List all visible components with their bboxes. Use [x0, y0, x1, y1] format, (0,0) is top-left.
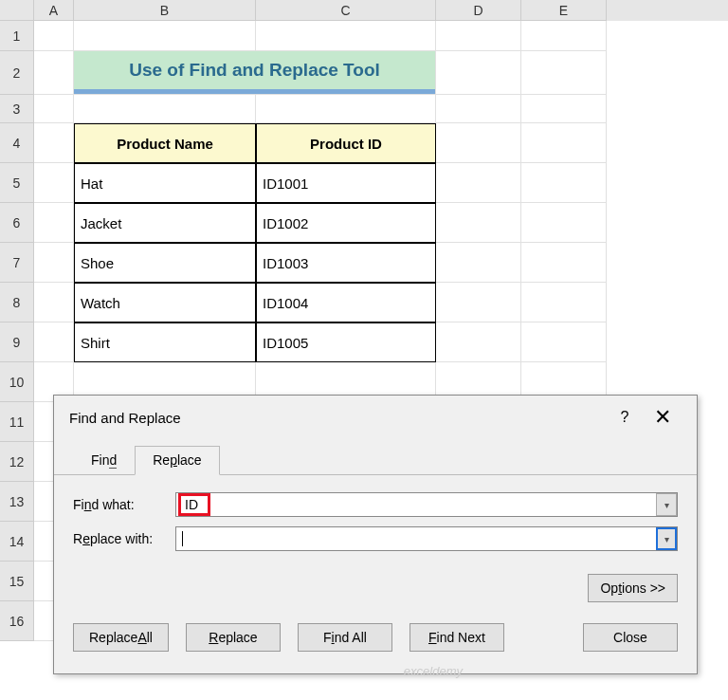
cell[interactable] [521, 123, 607, 163]
cell[interactable]: Use of Find and Replace Tool [74, 51, 436, 95]
find-what-row: Find what: ID ▾ [73, 492, 678, 517]
row-header[interactable]: 10 [0, 362, 34, 402]
cell[interactable] [521, 95, 607, 123]
cell[interactable] [436, 123, 521, 163]
cell[interactable] [521, 51, 607, 95]
table-cell-id[interactable]: ID1003 [256, 243, 436, 283]
row-header[interactable]: 14 [0, 522, 34, 562]
cell[interactable] [34, 243, 74, 283]
cell[interactable] [74, 95, 256, 123]
table-cell-id[interactable]: ID1005 [256, 322, 436, 362]
row-header[interactable]: 13 [0, 482, 34, 522]
row: 9ShirtID1005 [0, 322, 728, 362]
cell[interactable] [436, 95, 521, 123]
dialog-tabs: Find Replace [54, 445, 697, 475]
page-title: Use of Find and Replace Tool [74, 51, 435, 94]
row: 6JacketID1002 [0, 203, 728, 243]
dialog-body: Find what: ID ▾ Replace with: ▾ [54, 475, 697, 568]
row-header[interactable]: 5 [0, 163, 34, 203]
cell[interactable] [34, 21, 74, 51]
row: 5HatID1001 [0, 163, 728, 203]
cell[interactable] [256, 95, 436, 123]
cell[interactable] [34, 163, 74, 203]
table-cell-name[interactable]: Hat [74, 163, 256, 203]
replace-dropdown-icon[interactable]: ▾ [656, 527, 677, 550]
replace-button[interactable]: Replace [186, 623, 281, 652]
table-cell-id[interactable]: ID1002 [256, 203, 436, 243]
row-header[interactable]: 3 [0, 95, 34, 123]
cell[interactable] [521, 243, 607, 283]
row-header[interactable]: 2 [0, 51, 34, 95]
row: 2Use of Find and Replace Tool [0, 51, 728, 95]
close-button[interactable]: ✕ [644, 405, 682, 430]
row-header[interactable]: 1 [0, 21, 34, 51]
table-cell-id[interactable]: ID1004 [256, 283, 436, 322]
find-next-button[interactable]: Find Next [410, 623, 504, 652]
cell[interactable] [436, 163, 521, 203]
find-what-input[interactable]: ID ▾ [175, 492, 678, 517]
cell[interactable] [436, 21, 521, 51]
row-header[interactable]: 9 [0, 322, 34, 362]
cell[interactable] [34, 322, 74, 362]
row-header[interactable]: 11 [0, 402, 34, 442]
col-header-a[interactable]: A [34, 0, 74, 21]
row-header[interactable]: 16 [0, 601, 34, 641]
cell[interactable] [436, 203, 521, 243]
row: 4Product NameProduct ID [0, 123, 728, 163]
find-dropdown-icon[interactable]: ▾ [656, 493, 677, 516]
cell[interactable] [34, 123, 74, 163]
cell[interactable] [34, 95, 74, 123]
table-header-product-name[interactable]: Product Name [74, 123, 256, 163]
replace-with-label: Replace with: [73, 531, 175, 546]
cell[interactable] [521, 322, 607, 362]
find-replace-dialog: Find and Replace ? ✕ Find Replace Find w… [53, 395, 698, 674]
replace-with-input[interactable]: ▾ [175, 526, 678, 551]
watermark: exceldemy [404, 664, 463, 678]
cell[interactable] [436, 243, 521, 283]
cell[interactable] [521, 21, 607, 51]
cell[interactable] [34, 203, 74, 243]
row: 7ShoeID1003 [0, 243, 728, 283]
cell[interactable] [521, 283, 607, 322]
col-header-b[interactable]: B [74, 0, 256, 21]
row-header[interactable]: 4 [0, 123, 34, 163]
table-cell-name[interactable]: Shirt [74, 322, 256, 362]
cell[interactable] [521, 163, 607, 203]
row-header[interactable]: 12 [0, 442, 34, 482]
table-header-product-id[interactable]: Product ID [256, 123, 436, 163]
cell[interactable] [436, 283, 521, 322]
cell[interactable] [256, 21, 436, 51]
cell[interactable] [74, 21, 256, 51]
row: 3 [0, 95, 728, 123]
row-header[interactable]: 6 [0, 203, 34, 243]
help-button[interactable]: ? [606, 409, 644, 426]
tab-find[interactable]: Find [73, 446, 135, 475]
table-cell-name[interactable]: Watch [74, 283, 256, 322]
col-header-d[interactable]: D [436, 0, 521, 21]
table-cell-id[interactable]: ID1001 [256, 163, 436, 203]
close-dialog-button[interactable]: Close [583, 623, 678, 652]
select-all-corner[interactable] [0, 0, 34, 21]
row-header[interactable]: 15 [0, 562, 34, 601]
col-header-c[interactable]: C [256, 0, 436, 21]
cell[interactable] [34, 51, 74, 95]
cell[interactable] [436, 322, 521, 362]
options-button[interactable]: Options >> [588, 574, 678, 602]
dialog-title-text: Find and Replace [69, 410, 606, 426]
text-cursor-icon [182, 531, 183, 546]
column-headers: A B C D E [0, 0, 728, 21]
dialog-titlebar[interactable]: Find and Replace ? ✕ [54, 396, 697, 439]
cell[interactable] [521, 203, 607, 243]
table-cell-name[interactable]: Shoe [74, 243, 256, 283]
row: 1 [0, 21, 728, 51]
replace-all-button[interactable]: Replace All [73, 623, 169, 652]
cell[interactable] [436, 51, 521, 95]
tab-replace[interactable]: Replace [135, 446, 219, 475]
row-header[interactable]: 7 [0, 243, 34, 283]
find-value-highlight: ID [178, 493, 210, 516]
cell[interactable] [34, 283, 74, 322]
col-header-e[interactable]: E [521, 0, 607, 21]
row-header[interactable]: 8 [0, 283, 34, 322]
table-cell-name[interactable]: Jacket [74, 203, 256, 243]
find-all-button[interactable]: Find All [298, 623, 392, 652]
